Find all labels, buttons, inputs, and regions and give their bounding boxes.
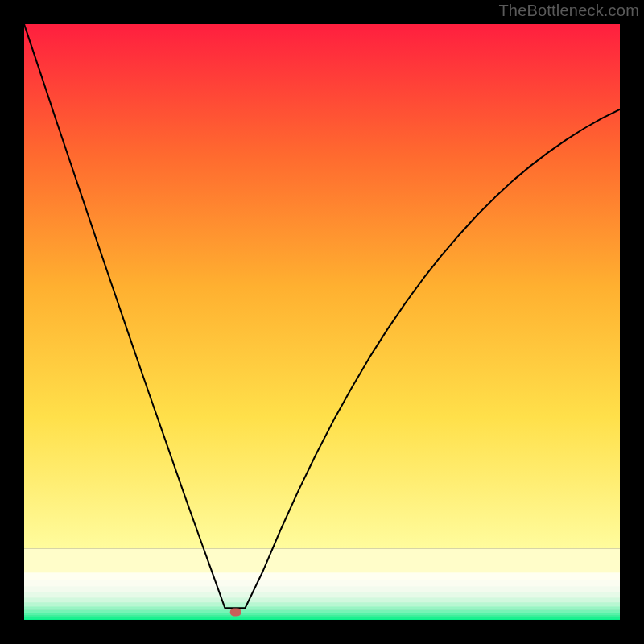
svg-rect-6 [24, 606, 620, 610]
svg-rect-0 [24, 24, 620, 548]
svg-rect-10 [24, 586, 620, 592]
svg-rect-11 [24, 580, 620, 587]
svg-rect-7 [24, 602, 620, 607]
svg-rect-14 [230, 608, 242, 616]
chart-container: TheBottleneck.com [0, 0, 644, 644]
svg-rect-12 [24, 572, 620, 580]
plot-area [24, 24, 620, 620]
svg-rect-8 [24, 597, 620, 602]
svg-rect-5 [24, 609, 620, 613]
watermark-text: TheBottleneck.com [498, 2, 639, 20]
svg-rect-4 [24, 613, 620, 615]
svg-rect-9 [24, 592, 620, 597]
chart-svg [24, 24, 620, 620]
svg-rect-13 [24, 548, 620, 572]
